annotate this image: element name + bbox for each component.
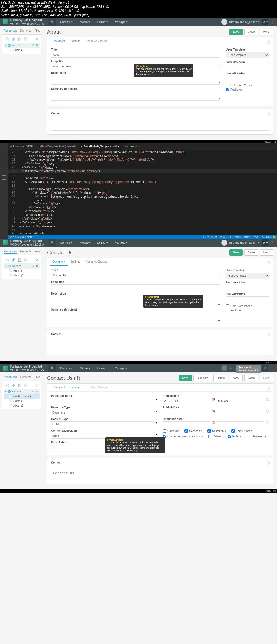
content-editor[interactable]: Contact us bbox=[51, 469, 269, 480]
tab-files[interactable]: Files bbox=[35, 29, 40, 33]
collapse-icon[interactable]: ᐱ bbox=[267, 39, 270, 45]
menu-extras[interactable]: Extras ▾ bbox=[97, 20, 108, 24]
tree-item-home[interactable]: 📄 Home (1) bbox=[4, 48, 40, 52]
pubdate-input[interactable] bbox=[163, 410, 210, 415]
longtitle-input[interactable] bbox=[51, 284, 220, 290]
parent-input[interactable] bbox=[51, 398, 154, 404]
linkattr-label: Link Attributes bbox=[226, 72, 269, 75]
pubon-date[interactable] bbox=[163, 398, 210, 404]
view-button[interactable]: View bbox=[230, 375, 243, 381]
vscode-window: ≡ Extension: SFTP ⧉ BaseTemplate.html (d… bbox=[0, 143, 277, 239]
gear-icon[interactable]: ⚙ ▾ bbox=[262, 239, 268, 246]
gear-icon[interactable]: ⚙ bbox=[36, 44, 38, 47]
hide-menus-checkbox[interactable] bbox=[226, 84, 229, 87]
template-label: Uses Template bbox=[226, 48, 269, 51]
duplicate-button[interactable]: Duplicate bbox=[193, 375, 212, 381]
tab-settings[interactable]: Settings bbox=[68, 37, 83, 45]
alias-input[interactable] bbox=[226, 64, 269, 70]
help-button[interactable]: Help! bbox=[260, 249, 273, 256]
tab-resource-groups[interactable]: Resource Groups bbox=[83, 384, 110, 391]
tab-sftp[interactable]: ≡ Extension: SFTP bbox=[8, 143, 36, 150]
summary-input[interactable] bbox=[51, 91, 220, 101]
tab-elements[interactable]: Elements bbox=[20, 29, 31, 33]
template-select[interactable]: BaseTemplate bbox=[226, 52, 269, 58]
searchable-checkbox[interactable] bbox=[207, 429, 211, 433]
tab-settings[interactable]: Settings bbox=[68, 384, 83, 391]
delete-button[interactable]: Delete bbox=[213, 375, 228, 381]
site-name: Furbaby Vet HospitalMODX Revolution 2.7.… bbox=[10, 18, 44, 25]
paste-icon[interactable]: 📄 bbox=[24, 37, 28, 41]
unpub-input[interactable] bbox=[163, 421, 210, 427]
menu-content[interactable]: Content ▾ bbox=[60, 20, 73, 24]
new-doc-icon[interactable]: 📄 bbox=[5, 37, 9, 41]
avatar[interactable] bbox=[221, 19, 227, 25]
search-icon[interactable] bbox=[2, 153, 6, 157]
refresh-icon[interactable]: ⟳ bbox=[32, 44, 35, 47]
summary-input[interactable] bbox=[51, 312, 220, 321]
published-checkbox[interactable] bbox=[226, 88, 229, 91]
tree-item-contact[interactable]: 📄 Contact Us (4) bbox=[4, 394, 40, 399]
tab-styles[interactable]: # styles.css bbox=[122, 143, 142, 150]
content-editor[interactable] bbox=[51, 341, 269, 351]
tab-resource-groups[interactable]: Resource Groups bbox=[83, 258, 110, 266]
help-button[interactable]: Help! bbox=[260, 375, 273, 381]
collapse-icon[interactable]: ᐱ bbox=[267, 111, 270, 117]
copy-icon[interactable]: 📋 bbox=[18, 37, 22, 41]
tree-item-home[interactable]: 📄 Home (1) bbox=[4, 399, 40, 403]
tab-resource-groups[interactable]: Resource Groups bbox=[83, 37, 110, 45]
tab-resources[interactable]: Resources bbox=[4, 29, 17, 33]
save-button[interactable]: Save bbox=[229, 249, 243, 256]
freeze-checkbox[interactable] bbox=[249, 435, 252, 438]
restype-input[interactable] bbox=[51, 410, 154, 415]
search-icon[interactable]: 🔍 bbox=[48, 239, 56, 246]
search-icon[interactable]: 🔍 bbox=[48, 364, 56, 372]
contenttype-input[interactable] bbox=[51, 421, 154, 427]
tab-settings[interactable]: Settings bbox=[68, 258, 83, 266]
empty-cache-checkbox[interactable] bbox=[231, 429, 235, 433]
deleted-checkbox[interactable] bbox=[208, 435, 212, 438]
close-button[interactable]: Close bbox=[244, 375, 258, 381]
help-icon[interactable]: ❓ bbox=[271, 20, 274, 24]
tab-furbaby[interactable]: ⧉ BaseFurbabyTemplate.html ● bbox=[79, 143, 122, 150]
published-checkbox[interactable] bbox=[226, 309, 229, 312]
title-input[interactable] bbox=[51, 52, 220, 58]
tree-website[interactable]: ▾ 🌐 Website ⟳ ⚙ bbox=[4, 43, 40, 48]
close-button[interactable]: Close bbox=[244, 249, 258, 256]
save-button[interactable]: Save bbox=[229, 29, 243, 35]
tab-basetemplate[interactable]: ⧉ BaseTemplate.html (deleted) bbox=[36, 143, 79, 150]
tab-document[interactable]: Document bbox=[50, 384, 68, 391]
save-button[interactable]: Save bbox=[179, 375, 192, 381]
debug-icon[interactable] bbox=[2, 168, 6, 172]
files-icon[interactable] bbox=[2, 145, 6, 149]
pubon-time[interactable] bbox=[217, 398, 265, 404]
menu-manage[interactable]: Manage ▾ bbox=[115, 20, 128, 24]
tooltip: [[*menuindex]]This is the order of the r… bbox=[105, 437, 165, 453]
tab-document[interactable]: Document bbox=[50, 258, 68, 266]
menu-media[interactable]: Media ▾ bbox=[80, 20, 90, 24]
search-icon[interactable]: 🔍 bbox=[48, 18, 56, 26]
extensions-icon[interactable] bbox=[2, 175, 6, 180]
expand-icon[interactable]: ⤢ bbox=[35, 37, 38, 41]
user-menu[interactable]: furbaby-modx_admin ▾ bbox=[229, 20, 260, 24]
tree-item-about[interactable]: 📄 About (3) bbox=[4, 403, 40, 408]
link-icon[interactable]: 🔗 bbox=[11, 37, 15, 41]
richtext-checkbox[interactable] bbox=[228, 435, 231, 438]
tree-item-home[interactable]: 📄 Home (1) bbox=[4, 269, 40, 273]
help-icon[interactable]: ❓ bbox=[271, 241, 274, 245]
help-button[interactable]: Help! bbox=[260, 29, 273, 35]
hide-menus-checkbox[interactable] bbox=[226, 304, 229, 308]
remote-icon[interactable] bbox=[2, 183, 6, 187]
avatar[interactable] bbox=[221, 240, 227, 246]
close-button[interactable]: Close bbox=[244, 29, 258, 35]
title-input[interactable] bbox=[51, 273, 220, 278]
tab-document[interactable]: Document bbox=[50, 37, 68, 45]
tree-item-about[interactable]: 📄 About (3) bbox=[4, 273, 40, 278]
content-editor[interactable] bbox=[51, 120, 269, 131]
cacheable-checkbox[interactable] bbox=[184, 429, 188, 433]
git-icon[interactable] bbox=[2, 160, 6, 164]
gear-icon[interactable]: ⚙ ▾ bbox=[262, 19, 268, 25]
linkattr-input[interactable] bbox=[226, 76, 269, 81]
modx-logo bbox=[3, 240, 8, 245]
code-editor[interactable]: 23 <"at">class="tg">svg "at">xmlns="http… bbox=[8, 150, 277, 235]
container-checkbox[interactable] bbox=[163, 429, 166, 433]
